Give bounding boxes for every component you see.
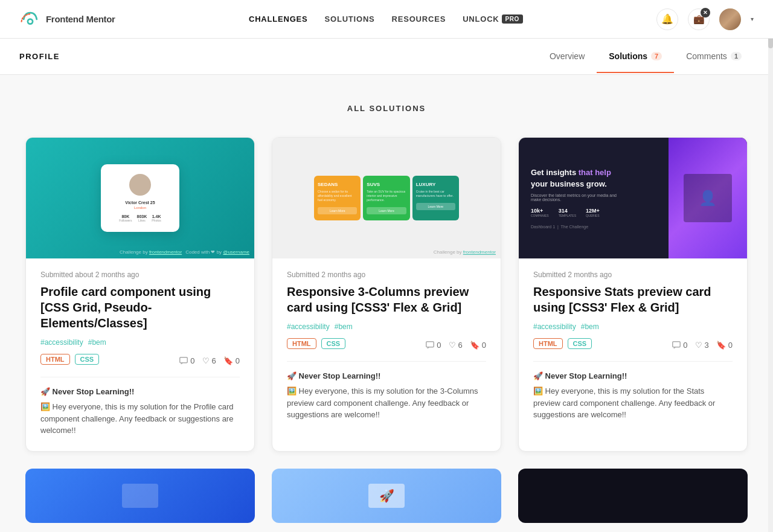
tech-html: HTML	[40, 354, 70, 365]
comment-icon	[179, 357, 188, 364]
tech-html: HTML	[533, 338, 563, 349]
comment-text: 🖼️ Hey everyone, this is my solution for…	[40, 401, 240, 437]
comments-count: 1	[731, 52, 742, 60]
bookmark-count: 🔖 0	[470, 341, 486, 350]
logo-link[interactable]: Frontend Mentor	[19, 8, 115, 30]
card-title[interactable]: Profile card component using [CSS Grid, …	[40, 284, 240, 331]
card-tags: #accessibility #bem	[533, 322, 733, 331]
chevron-down-icon[interactable]: ▾	[751, 16, 754, 22]
nav-resources[interactable]: RESOURCES	[392, 14, 446, 24]
bookmark-count: 🔖 0	[716, 341, 733, 350]
card-preview-1[interactable]: Victor Crest 25 London 80KFollowers 803K…	[26, 138, 254, 258]
card-tech: HTML CSS	[287, 338, 345, 349]
nav-right: 🔔 💼 ✕ ▾	[656, 8, 754, 30]
navbar: Frontend Mentor CHALLENGES SOLUTIONS RES…	[0, 0, 773, 39]
svg-rect-4	[673, 342, 681, 347]
bookmark-icon: 🔖	[470, 341, 480, 350]
tech-row: HTML CSS 0 ♡ 3 🔖	[533, 338, 733, 351]
comment-title: 🚀 Never Stop Learning!!	[40, 387, 240, 396]
tech-css: CSS	[321, 338, 346, 349]
bottom-card[interactable]	[518, 469, 748, 523]
card-stats: 0 ♡ 6 🔖 0	[179, 356, 240, 365]
card-tech: HTML CSS	[40, 354, 99, 365]
solution-card: Get insights that helpyour business grow…	[518, 137, 748, 452]
bottom-card[interactable]: 🚀	[272, 469, 501, 523]
card-stats: 0 ♡ 6 🔖 0	[426, 341, 486, 350]
scrollbar[interactable]	[768, 0, 773, 532]
svg-rect-3	[426, 342, 434, 347]
comment-title: 🚀 Never Stop Learning!!	[533, 371, 733, 380]
tab-solutions[interactable]: Solutions 7	[597, 40, 674, 73]
card-preview-2[interactable]: SEDANS Choose a sedan for its affordabil…	[272, 138, 501, 258]
like-count: ♡ 3	[695, 341, 709, 350]
message-badge: ✕	[701, 8, 710, 18]
profile-tabs-bar: PROFILE Overview Solutions 7 Comments 1	[0, 39, 773, 75]
notification-button[interactable]: 🔔	[656, 8, 678, 30]
card-divider	[287, 361, 486, 362]
comment-icon	[426, 341, 434, 348]
logo-icon	[19, 8, 41, 30]
comment-count: 0	[672, 341, 687, 350]
card-body: Submitted 2 months ago Responsive 3-Colu…	[272, 258, 501, 435]
comment-count: 0	[179, 356, 194, 365]
comment-title: 🚀 Never Stop Learning!!	[287, 371, 486, 380]
card-body: Submitted about 2 months ago Profile car…	[26, 258, 254, 451]
tab-comments[interactable]: Comments 1	[674, 40, 754, 73]
heart-icon: ♡	[202, 356, 210, 365]
bookmark-icon: 🔖	[223, 356, 233, 365]
tech-css: CSS	[568, 338, 592, 349]
preview-avatar	[129, 174, 151, 196]
solutions-count: 7	[651, 52, 662, 60]
card-title[interactable]: Responsive 3-Columns preview card using …	[287, 284, 486, 315]
tech-row: HTML CSS 0 ♡ 6 🔖	[287, 338, 486, 351]
card-submitted: Submitted 2 months ago	[533, 271, 733, 279]
nav-challenges[interactable]: CHALLENGES	[249, 14, 308, 24]
nav-unlock[interactable]: UNLOCK PRO	[463, 14, 523, 24]
card-stats: 0 ♡ 3 🔖 0	[672, 341, 733, 350]
nav-links: CHALLENGES SOLUTIONS RESOURCES UNLOCK PR…	[249, 14, 523, 24]
card-preview-3[interactable]: Get insights that helpyour business grow…	[519, 138, 747, 258]
comment-text: 🖼️ Hey everyone, this is my solution for…	[533, 385, 733, 421]
card-divider	[40, 377, 240, 377]
bottom-card[interactable]	[25, 469, 255, 523]
tag[interactable]: #bem	[335, 322, 353, 331]
card-submitted: Submitted 2 months ago	[287, 271, 486, 279]
tag[interactable]: #accessibility	[533, 322, 576, 331]
logo-text: Frontend Mentor	[46, 14, 115, 24]
tabs: Overview Solutions 7 Comments 1	[537, 40, 754, 73]
heart-icon: ♡	[695, 341, 702, 350]
bell-icon: 🔔	[661, 13, 673, 25]
solution-card: SEDANS Choose a sedan for its affordabil…	[272, 137, 501, 452]
tag[interactable]: #accessibility	[287, 322, 330, 331]
tech-row: HTML CSS 0 ♡ 6 🔖	[40, 354, 240, 367]
like-count: ♡ 6	[202, 356, 216, 365]
avatar[interactable]	[719, 8, 741, 30]
svg-rect-2	[180, 357, 188, 363]
section-title: ALL SOLUTIONS	[25, 104, 748, 113]
comment-count: 0	[426, 341, 441, 350]
bookmark-count: 🔖 0	[223, 356, 240, 365]
tag[interactable]: #accessibility	[40, 338, 83, 347]
bookmark-icon: 🔖	[716, 341, 726, 350]
solution-card: Victor Crest 25 London 80KFollowers 803K…	[25, 137, 255, 452]
comment-icon	[672, 341, 681, 348]
heart-icon: ♡	[449, 341, 456, 350]
card-tech: HTML CSS	[533, 338, 592, 349]
comment-text: 🖼️ Hey everyone, this is my solution for…	[287, 385, 486, 421]
card-divider	[533, 361, 733, 362]
solutions-grid: Victor Crest 25 London 80KFollowers 803K…	[25, 137, 748, 452]
tag[interactable]: #bem	[581, 322, 599, 331]
svg-point-1	[28, 19, 31, 22]
card-title[interactable]: Responsive Stats preview card using [CSS…	[533, 284, 733, 315]
messages-button[interactable]: 💼 ✕	[688, 8, 710, 30]
like-count: ♡ 6	[449, 341, 463, 350]
tab-overview[interactable]: Overview	[537, 40, 597, 73]
nav-solutions[interactable]: SOLUTIONS	[325, 14, 375, 24]
tech-html: HTML	[287, 338, 316, 349]
pro-badge: PRO	[502, 14, 523, 24]
tag[interactable]: #bem	[88, 338, 106, 347]
tech-css: CSS	[75, 354, 100, 365]
card-submitted: Submitted about 2 months ago	[40, 271, 240, 279]
card-body: Submitted 2 months ago Responsive Stats …	[519, 258, 747, 435]
card-tags: #accessibility #bem	[287, 322, 486, 331]
